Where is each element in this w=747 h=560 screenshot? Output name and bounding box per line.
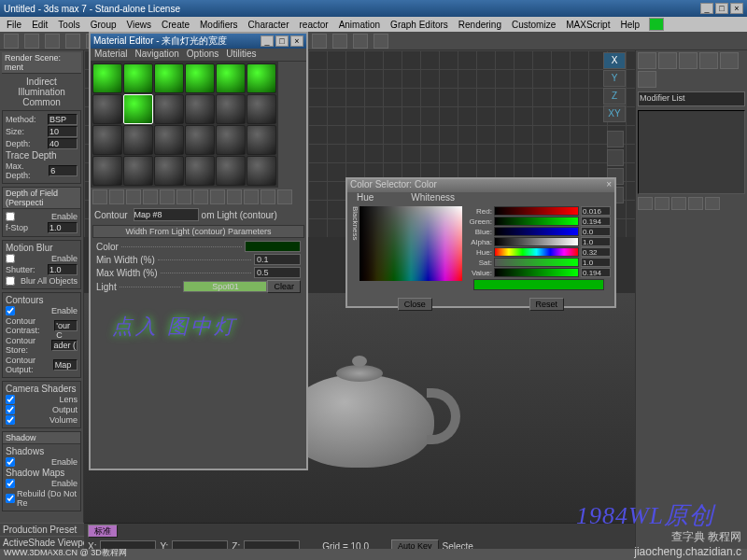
depth-value[interactable]: 40 [48,138,78,149]
material-editor-icon[interactable] [332,34,347,49]
axis-x[interactable]: X [603,52,626,69]
blurall-checkbox[interactable] [6,276,15,286]
contours-enable-checkbox[interactable] [6,306,15,315]
menu-maxscript[interactable]: MAXScript [561,20,614,30]
make-unique-icon[interactable] [176,189,191,204]
indirect-tab[interactable]: Indirect Illumination [5,77,78,97]
cs-alpha-slider[interactable] [494,237,579,246]
shadow-rollout-header[interactable]: Shadow [3,432,80,444]
mat-slot-20[interactable] [123,156,153,186]
output-checkbox[interactable] [6,405,15,414]
cs-sat-slider[interactable] [494,258,579,267]
production-radio[interactable]: Production [3,525,48,535]
display-tab-icon[interactable] [720,52,739,69]
menu-views[interactable]: Views [122,20,157,30]
render-scene-icon[interactable] [353,34,368,49]
shutter-value[interactable]: 1.0 [48,264,78,275]
mat-slot-4[interactable] [185,63,215,93]
configure-icon[interactable] [705,197,720,210]
get-material-icon[interactable] [92,189,107,204]
quick-render-icon[interactable] [374,34,388,49]
cs-blue-value[interactable]: 0.0 [581,227,611,236]
mat-slot-22[interactable] [185,156,215,186]
mat-menu-options[interactable]: Options [187,49,218,61]
vp-nav2-icon[interactable] [607,149,624,166]
mat-slot-15[interactable] [154,125,184,155]
mat-slot-17[interactable] [216,125,246,155]
menu-help[interactable]: Help [615,20,644,30]
put-library-icon[interactable] [193,189,208,204]
mat-slot-16[interactable] [185,125,215,155]
mat-slot-5[interactable] [216,63,246,93]
unique-icon[interactable] [671,197,686,210]
axis-z[interactable]: Z [603,88,626,105]
cc-value[interactable]: 'our C [54,320,78,331]
cs-close-button[interactable]: Close [398,298,432,311]
motion-tab-icon[interactable] [699,52,718,69]
mat-slot-19[interactable] [92,156,122,186]
color-gradient-picker[interactable] [359,206,462,281]
mat-slot-14[interactable] [123,125,153,155]
method-value[interactable]: BSP [48,114,78,125]
cs-close-icon[interactable]: × [606,179,612,192]
sm-enable-checkbox[interactable] [6,479,15,488]
assign-icon[interactable] [126,189,141,204]
menu-rendering[interactable]: Rendering [454,20,506,30]
mat-slot-3[interactable] [154,63,184,93]
cs-sat-value[interactable]: 1.0 [581,258,611,267]
link-icon[interactable] [45,34,60,49]
modifier-list-dropdown[interactable]: Modifier List [638,91,745,106]
show-result-icon[interactable] [655,197,669,210]
mat-maximize-icon[interactable]: □ [275,35,289,47]
mat-slot-12[interactable] [247,94,276,124]
mat-close-icon[interactable]: × [290,35,303,47]
make-copy-icon[interactable] [160,189,175,204]
mat-slot-2[interactable] [123,63,153,93]
mat-slot-23[interactable] [216,156,246,186]
mat-slot-1[interactable] [92,63,122,93]
mat-slot-13[interactable] [92,125,122,155]
dof-enable-checkbox[interactable] [6,212,15,221]
hierarchy-tab-icon[interactable] [679,52,698,69]
mat-slot-8[interactable] [123,94,153,124]
minimize-icon[interactable]: _ [700,3,713,14]
menu-customize[interactable]: Customize [507,20,560,30]
lens-checkbox[interactable] [6,395,15,404]
minwidth-spinner[interactable]: 0.1 [254,254,301,265]
mat-slot-21[interactable] [154,156,184,186]
show-end-icon[interactable] [244,189,259,204]
mat-slot-10[interactable] [185,94,215,124]
co-value[interactable]: Map [53,359,78,371]
mb-enable-checkbox[interactable] [6,254,15,263]
cs-green-value[interactable]: 0.194 [581,217,611,226]
menu-modifiers[interactable]: Modifiers [195,20,243,30]
axis-y[interactable]: Y [603,70,626,87]
cs-red-value[interactable]: 0.016 [581,206,611,216]
mat-effects-icon[interactable] [210,189,225,204]
menu-character[interactable]: Character [244,20,294,30]
clear-button[interactable]: Clear [267,280,301,293]
unlink-icon[interactable] [65,34,80,49]
cs-alpha-value[interactable]: 1.0 [581,237,611,246]
utilities-tab-icon[interactable] [638,71,656,88]
close-icon[interactable]: × [730,3,743,14]
menu-tools[interactable]: Tools [53,20,84,30]
cs-green-slider[interactable] [494,217,579,226]
modify-tab-icon[interactable] [658,52,677,69]
shader-mode[interactable]: om Light (contour) [202,210,277,220]
cs-titlebar[interactable]: Color Selector: Color × [347,179,614,192]
mat-menu-navigation[interactable]: Navigation [135,49,179,61]
map-name-field[interactable] [134,208,199,221]
cs-value-slider[interactable] [494,268,579,277]
menu-edit[interactable]: Edit [27,20,52,30]
pin-stack-icon[interactable] [638,197,653,210]
mat-menu-material[interactable]: Material [94,49,128,61]
modifier-stack[interactable] [638,110,745,194]
go-sibling-icon[interactable] [277,189,292,204]
schematic-icon[interactable] [312,34,327,49]
cs-reset-button[interactable]: Reset [529,298,565,311]
create-tab-icon[interactable] [638,52,656,69]
cs-blue-slider[interactable] [494,227,579,236]
cs-value[interactable]: ader ( [51,340,78,351]
common-tab[interactable]: Common [5,97,78,107]
